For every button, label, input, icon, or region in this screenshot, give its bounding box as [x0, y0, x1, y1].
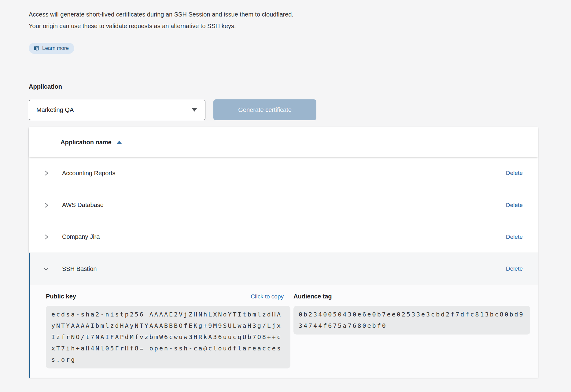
audience-tag-label: Audience tag — [293, 293, 332, 300]
delete-button[interactable]: Delete — [506, 265, 523, 272]
sort-by-application-name[interactable]: Application name — [61, 139, 122, 146]
chevron-right-icon[interactable] — [42, 202, 50, 209]
applications-table: Application name Accounting Reports Dele… — [29, 127, 538, 378]
application-label: Application — [29, 83, 571, 90]
generate-certificate-button[interactable]: Generate certificate — [213, 99, 316, 120]
public-key-label: Public key — [46, 293, 76, 300]
chevron-right-icon[interactable] — [42, 233, 50, 241]
delete-button[interactable]: Delete — [506, 234, 523, 240]
table-row-aws-database[interactable]: AWS Database Delete — [29, 189, 538, 221]
application-row-name: Accounting Reports — [62, 170, 116, 177]
delete-button[interactable]: Delete — [506, 170, 523, 176]
intro-description: Access will generate short-lived certifi… — [29, 9, 305, 32]
click-to-copy-link[interactable]: Click to copy — [251, 293, 284, 300]
application-controls: Marketing QA Generate certificate — [29, 99, 571, 120]
learn-more-button[interactable]: Learn more — [29, 43, 74, 54]
chevron-down-icon[interactable] — [42, 265, 50, 272]
audience-tag-section: Audience tag 0b2340050430e6e0b7ee02533e3… — [293, 293, 530, 368]
sort-ascending-icon — [116, 141, 122, 144]
table-row-ssh-bastion[interactable]: SSH Bastion Delete — [30, 253, 538, 285]
public-key-section: Public key Click to copy ecdsa-sha2-nist… — [46, 293, 290, 368]
table-row-company-jira[interactable]: Company Jira Delete — [29, 221, 538, 253]
application-select[interactable]: Marketing QA — [29, 100, 205, 120]
learn-more-label: Learn more — [42, 45, 69, 51]
delete-button[interactable]: Delete — [506, 202, 523, 209]
ssh-certificates-page: Access will generate short-lived certifi… — [0, 0, 571, 378]
application-row-name: AWS Database — [62, 202, 104, 209]
application-name-column-header: Application name — [61, 139, 112, 146]
application-select-value: Marketing QA — [36, 106, 74, 113]
application-row-name: Company Jira — [62, 233, 100, 240]
chevron-down-icon — [192, 108, 197, 112]
expanded-row-group-ssh-bastion: SSH Bastion Delete Public key Click to c… — [29, 253, 538, 378]
table-header: Application name — [29, 127, 538, 157]
book-icon — [33, 46, 39, 51]
table-row-accounting-reports[interactable]: Accounting Reports Delete — [29, 157, 538, 189]
table-rows: Accounting Reports Delete AWS Database D… — [29, 157, 538, 378]
public-key-value: ecdsa-sha2-nistp256 AAAAE2VjZHNhLXNoYTIt… — [46, 306, 290, 368]
chevron-right-icon[interactable] — [42, 169, 50, 177]
ssh-bastion-detail-panel: Public key Click to copy ecdsa-sha2-nist… — [30, 285, 538, 378]
application-row-name: SSH Bastion — [62, 265, 97, 272]
audience-tag-value: 0b2340050430e6e0b7ee02533e3cbd2f7dfc813b… — [293, 306, 530, 335]
